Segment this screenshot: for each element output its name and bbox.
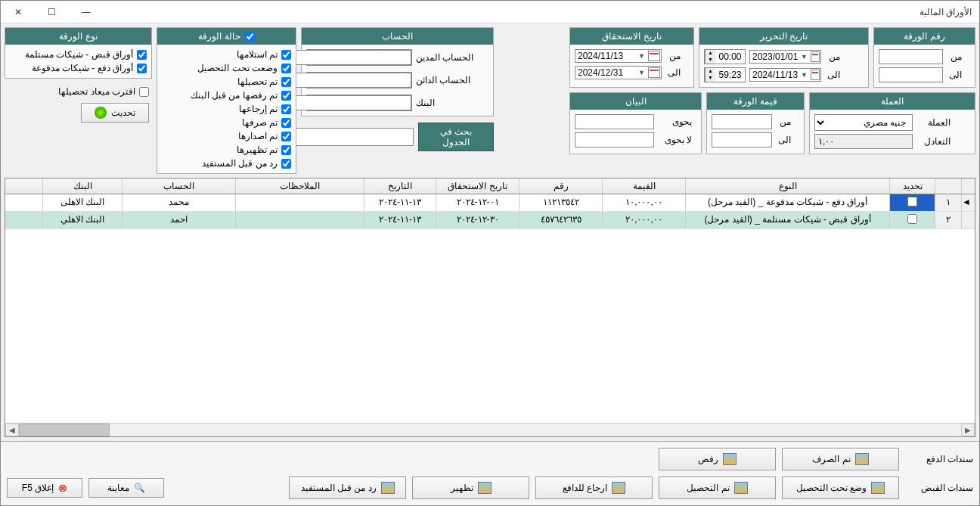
write-date-panel: تاريخ التحرير من ▼2023/01/01 00:00▲▼ الى… (699, 27, 869, 88)
near-collection-row: اقترب ميعاد تحصيلها (58, 86, 149, 97)
col-value[interactable]: القيمة (602, 178, 685, 194)
status-checkbox[interactable] (281, 159, 291, 169)
credit-lookup[interactable]: 🔍 (306, 72, 412, 88)
chevron-down-icon[interactable]: ▼ (638, 69, 645, 76)
doc-icon (855, 453, 869, 465)
write-date-to[interactable]: ▼2024/11/13 (749, 68, 821, 82)
due-date-to[interactable]: ▼2024/12/31 (575, 66, 662, 79)
currency-panel: العملة العملةجنيه مصري التعادل (809, 92, 975, 154)
table-row[interactable]: ◄ ١ أوراق دفع - شيكات مدفوعة _ (القيد مر… (5, 194, 975, 212)
receive-label: سندات القبض (905, 483, 973, 493)
credit-label: الحساب الدائن (416, 75, 470, 85)
spin-up[interactable]: ▲ (705, 68, 715, 75)
search-table-input[interactable] (278, 128, 414, 146)
status-checkbox[interactable] (281, 64, 291, 73)
table-row[interactable]: ٢ أوراق قبض - شيكات مستلمة _ (القيد مرحل… (5, 212, 975, 229)
value-from[interactable] (712, 114, 772, 129)
write-time-to[interactable]: 59:23▲▼ (704, 67, 746, 82)
scroll-left-icon[interactable]: ◀ (5, 424, 19, 436)
under-collection-button[interactable]: وضع تحت التحصيل (782, 477, 899, 499)
endorse-button[interactable]: تظهير (412, 477, 529, 499)
row-select-checkbox[interactable] (907, 197, 917, 206)
spin-down[interactable]: ▼ (705, 57, 715, 64)
calendar-icon (811, 51, 820, 62)
scroll-right-icon[interactable]: ▶ (961, 424, 975, 436)
paper-value-panel: قيمة الورقة من الى (706, 92, 805, 154)
account-header: الحساب (302, 28, 493, 45)
status-checkbox[interactable] (281, 118, 291, 128)
doc-icon (381, 482, 395, 494)
paper-no-panel: رقم الورقة من الى (873, 27, 975, 88)
col-select[interactable]: تحديد (889, 178, 935, 194)
debit-lookup[interactable]: 🔍 (306, 49, 412, 66)
scroll-thumb[interactable] (19, 424, 110, 436)
status-checkbox[interactable] (281, 91, 291, 101)
close-f5-button[interactable]: ⊗إغلاق F5 (7, 478, 82, 498)
spin-up[interactable]: ▲ (705, 50, 715, 57)
status-checkbox[interactable] (281, 132, 291, 141)
spin-down[interactable]: ▼ (705, 75, 715, 82)
footer: سندات الدفع تم الصرف رفض سندات القبض وضع… (1, 441, 979, 505)
contains-input[interactable] (575, 114, 654, 129)
paper-no-from[interactable] (879, 49, 943, 64)
close-button[interactable]: ✕ (1, 1, 35, 23)
write-date-from[interactable]: ▼2023/01/01 (749, 50, 821, 64)
paper-type-item: أوراق دفع - شيكات مدفوعة (10, 63, 147, 73)
paper-type-checkbox[interactable] (137, 64, 147, 73)
col-type[interactable]: النوع (685, 178, 889, 194)
results-grid: تحديد النوع القيمة رقم تاريخ الاستحقاق ا… (5, 178, 975, 437)
account-panel: الحساب الحساب المدين🔍 الحساب الدائن🔍 الب… (301, 27, 494, 116)
value-to[interactable] (712, 132, 772, 147)
titlebar: الأوراق المالية — ☐ ✕ (1, 1, 979, 23)
currency-select[interactable]: جنيه مصري (814, 114, 913, 131)
col-account[interactable]: الحساب (122, 178, 235, 194)
row-select-checkbox[interactable] (907, 214, 917, 224)
minimize-button[interactable]: — (69, 1, 103, 23)
doc-icon (734, 482, 748, 494)
bank-input[interactable] (290, 95, 411, 110)
collected-button[interactable]: تم التحصيل (659, 477, 776, 499)
doc-icon (478, 482, 492, 494)
window: الأوراق المالية — ☐ ✕ نوع الورقة أوراق ق… (0, 0, 980, 506)
content: نوع الورقة أوراق قبض - شيكات مستلمة أورا… (1, 23, 979, 441)
status-checkbox[interactable] (281, 50, 291, 60)
grid-body[interactable]: ◄ ١ أوراق دفع - شيكات مدفوعة _ (القيد مر… (5, 194, 975, 423)
chevron-down-icon[interactable]: ▼ (801, 53, 808, 61)
preview-icon: 🔍 (134, 483, 145, 493)
credit-input[interactable] (290, 73, 411, 88)
paper-status-header: حالة الورقة (157, 28, 296, 45)
col-notes[interactable]: الملاحظات (235, 178, 364, 194)
chevron-down-icon[interactable]: ▼ (801, 71, 808, 79)
search-table-button[interactable]: بحث في الجدول (418, 123, 494, 151)
paper-type-checkbox[interactable] (137, 50, 147, 60)
paper-no-to[interactable] (879, 67, 943, 82)
status-checkbox[interactable] (281, 145, 291, 155)
debit-label: الحساب المدين (416, 52, 473, 63)
col-date[interactable]: التاريخ (364, 178, 436, 194)
col-number[interactable]: رقم (519, 178, 602, 194)
preview-button[interactable]: 🔍معاينة (88, 478, 164, 498)
due-date-from[interactable]: ▼2024/11/13 (575, 49, 662, 63)
write-time-from[interactable]: 00:00▲▼ (704, 49, 746, 64)
not-contains-input[interactable] (575, 132, 654, 147)
status-checkbox[interactable] (281, 104, 291, 114)
disbursed-button[interactable]: تم الصرف (782, 448, 899, 470)
bank-lookup[interactable]: 🔍 (306, 95, 412, 111)
chevron-down-icon[interactable]: ▼ (638, 52, 645, 60)
status-checkbox[interactable] (281, 77, 291, 87)
col-due[interactable]: تاريخ الاستحقاق (436, 178, 519, 194)
return-beneficiary-button[interactable]: رد من قبل المستفيد (289, 477, 406, 499)
debit-input[interactable] (290, 50, 411, 65)
paper-type-header: نوع الورقة (5, 28, 151, 45)
reject-button[interactable]: رفض (659, 448, 776, 470)
doc-icon (612, 482, 625, 494)
maximize-button[interactable]: ☐ (35, 1, 69, 23)
return-payer-button[interactable]: ارجاع للدافع (535, 477, 653, 499)
bank-label: البنك (416, 98, 435, 108)
col-bank[interactable]: البنك (42, 178, 122, 194)
near-collection-checkbox[interactable] (139, 87, 149, 97)
refresh-button[interactable]: تحديث (81, 103, 149, 123)
horizontal-scrollbar[interactable]: ▶ ◀ (5, 423, 975, 436)
statement-panel: البيان يحوى لا يحوى (569, 92, 702, 154)
paper-status-all-checkbox[interactable] (245, 32, 255, 42)
